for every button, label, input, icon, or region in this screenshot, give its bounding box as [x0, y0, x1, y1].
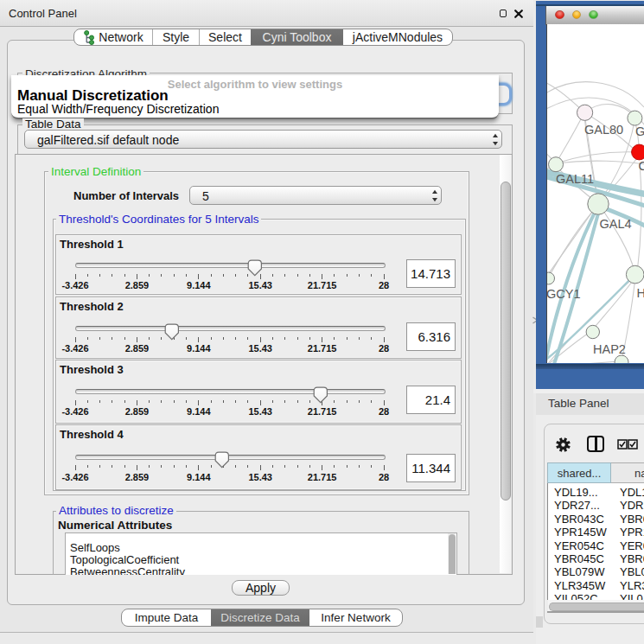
svg-text:GAL11: GAL11	[556, 172, 594, 186]
svg-text:GAL4: GAL4	[600, 217, 632, 231]
svg-text:HAP2: HAP2	[593, 342, 626, 356]
svg-text:H: H	[637, 286, 644, 300]
svg-text:GAL80: GAL80	[584, 123, 623, 137]
svg-text:GA: GA	[635, 124, 644, 138]
svg-text:C: C	[639, 159, 644, 173]
svg-text:GCY1: GCY1	[547, 287, 581, 301]
